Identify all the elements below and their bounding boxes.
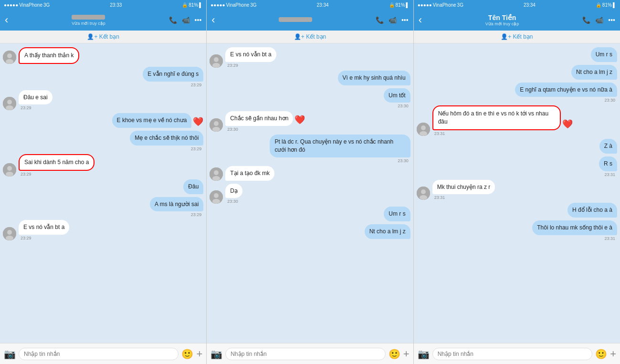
call-icon[interactable]: 📞 bbox=[376, 16, 384, 24]
bubble-wrap: Nt cho a lm j z bbox=[571, 65, 617, 80]
camera-icon[interactable]: 📷 bbox=[210, 348, 222, 360]
status-bar: ●●●●● VinaPhone 3G 23:33 🔒 81% ▌ bbox=[0, 0, 206, 10]
chat-area: Um r sNt cho a lm j zE nghĩ a qtam chuyệ… bbox=[414, 43, 620, 343]
avatar bbox=[210, 167, 223, 181]
contact-name-blurred bbox=[72, 15, 105, 20]
chat-area: E vs nó vẫn bt a23:29Vì e mk hy sinh quá… bbox=[207, 43, 413, 343]
message-row-1: Um r s bbox=[417, 47, 617, 62]
svg-point-28 bbox=[421, 189, 426, 194]
bubble-heart-row: Nt cho a lm j z bbox=[365, 224, 410, 239]
add-icon[interactable]: + bbox=[403, 348, 410, 360]
contact-sub: Vừa mới truy cập bbox=[485, 21, 519, 26]
emoji-icon[interactable]: 🙂 bbox=[181, 348, 193, 360]
status-bar: ●●●●● VinaPhone 3G 23:34 🔒 81% ▌ bbox=[414, 0, 620, 10]
add-icon[interactable]: + bbox=[610, 348, 616, 360]
message-input[interactable] bbox=[225, 348, 385, 360]
svg-point-29 bbox=[420, 195, 427, 200]
header-center: Tên TiềnVừa mới truy cập bbox=[422, 14, 582, 26]
bubble-heart-row: Z à bbox=[599, 139, 617, 154]
bubble-wrap: Z à bbox=[599, 139, 617, 154]
message-row-8: H đổ lỗi cho a à bbox=[417, 203, 617, 218]
back-button[interactable]: ‹ bbox=[5, 14, 8, 26]
bubble-heart-row: Um r s bbox=[591, 47, 617, 62]
bubble-wrap: A thấy thanh thản k bbox=[19, 47, 79, 64]
message-bubble: Đâu bbox=[183, 179, 203, 194]
add-friend-bar[interactable]: 👤+ Kết bạn bbox=[207, 31, 413, 43]
message-timestamp: 23:29 bbox=[225, 63, 240, 68]
message-bubble: Um r s bbox=[591, 47, 617, 62]
call-icon[interactable]: 📞 bbox=[169, 16, 177, 24]
carrier-signal: ●●●●● VinaPhone 3G bbox=[210, 2, 256, 8]
message-timestamp: 23:31 bbox=[602, 236, 617, 241]
message-bubble: Um r s bbox=[384, 207, 410, 221]
svg-point-2 bbox=[6, 59, 13, 64]
message-bubble: E nghĩ a qtam chuyện e vs nó nữa à bbox=[515, 83, 617, 97]
contact-name: Tên Tiền bbox=[488, 14, 516, 21]
bubble-wrap: R s23:31 bbox=[599, 156, 617, 177]
message-row-9: Thôi lo nhau mk sống thôi e à23:31 bbox=[417, 220, 617, 241]
message-timestamp: 23:30 bbox=[396, 158, 410, 163]
svg-point-25 bbox=[421, 125, 426, 130]
emoji-icon[interactable]: 🙂 bbox=[389, 348, 400, 360]
message-row-7: Đâu bbox=[3, 179, 203, 194]
camera-icon[interactable]: 📷 bbox=[418, 348, 430, 360]
add-friend-bar[interactable]: 👤+ Kết bạn bbox=[414, 31, 620, 43]
add-icon[interactable]: + bbox=[196, 348, 202, 360]
add-friend-label: Kết bạn bbox=[99, 33, 119, 40]
avatar bbox=[417, 123, 430, 136]
add-friend-label: Kết bạn bbox=[306, 33, 326, 40]
chat-area: A thấy thanh thản kE vẫn nghĩ e đúng s23… bbox=[0, 43, 206, 343]
message-row-3: Um tốt23:30 bbox=[210, 88, 410, 109]
bubble-heart-row: E vẫn nghĩ e đúng s bbox=[143, 67, 203, 82]
message-input[interactable] bbox=[19, 348, 179, 360]
message-row-8: A ms là người sai23:29 bbox=[3, 197, 203, 218]
bubble-heart-row: Chắc sẽ gần nhau hơn❤️ bbox=[225, 111, 305, 126]
bubble-wrap: Thôi lo nhau mk sống thôi e à23:31 bbox=[532, 220, 617, 241]
message-row-4: Nếu hôm đó a tin e thì e vs nó k tới vs … bbox=[417, 105, 617, 136]
bubble-wrap: Sai khi dành 5 năm cho a23:29 bbox=[19, 154, 95, 177]
bubble-heart-row: A thấy thanh thản k bbox=[19, 47, 79, 64]
call-icon[interactable]: 📞 bbox=[582, 16, 590, 24]
video-icon[interactable]: 📹 bbox=[182, 16, 190, 24]
bubble-heart-row: Um r s bbox=[384, 207, 410, 221]
more-options-icon[interactable]: ••• bbox=[401, 16, 409, 24]
message-input[interactable] bbox=[432, 348, 592, 360]
bubble-wrap: Mk thui chuyện ra z r23:31 bbox=[432, 180, 495, 200]
message-bubble: A ms là người sai bbox=[150, 197, 203, 212]
bubble-wrap: E vẫn nghĩ e đúng s23:29 bbox=[143, 67, 203, 87]
avatar bbox=[3, 227, 16, 240]
contact-sub: Vừa mới truy cập bbox=[72, 21, 105, 26]
emoji-icon[interactable]: 🙂 bbox=[595, 348, 607, 360]
video-icon[interactable]: 📹 bbox=[389, 16, 397, 24]
contact-name-blurred bbox=[279, 17, 312, 22]
avatar bbox=[210, 118, 223, 132]
message-row-5: Mẹ e chắc sẽ thịk nó thôi23:29 bbox=[3, 131, 203, 151]
more-options-icon[interactable]: ••• bbox=[608, 16, 615, 24]
bubble-wrap: E vs nó vẫn bt a23:29 bbox=[19, 220, 69, 240]
more-options-icon[interactable]: ••• bbox=[195, 16, 202, 24]
bubble-heart-row: Dạ bbox=[225, 184, 242, 198]
bubble-heart-row: E nghĩ a qtam chuyện e vs nó nữa à bbox=[515, 83, 617, 97]
add-friend-icon: 👤+ bbox=[501, 33, 511, 40]
bubble-heart-row: Mk thui chuyện ra z r bbox=[432, 180, 495, 195]
bubble-wrap: Đâu bbox=[183, 179, 203, 194]
back-button[interactable]: ‹ bbox=[419, 14, 422, 26]
message-timestamp: 23:29 bbox=[19, 105, 33, 110]
video-icon[interactable]: 📹 bbox=[595, 16, 603, 24]
bubble-wrap: Đâu e sai23:29 bbox=[19, 90, 53, 111]
message-row-5: Pt là dc r. Qua chuyện này e vs nó chắc … bbox=[210, 135, 410, 163]
message-timestamp: 23:30 bbox=[225, 127, 240, 132]
bubble-heart-row: E vs nó vẫn bt a bbox=[19, 220, 69, 235]
svg-point-13 bbox=[214, 57, 219, 62]
svg-point-17 bbox=[212, 127, 220, 132]
input-bar: 📷 🙂 + bbox=[0, 343, 206, 364]
add-friend-bar[interactable]: 👤+ Kết bạn bbox=[0, 31, 206, 43]
back-button[interactable]: ‹ bbox=[211, 14, 215, 26]
header-left: ‹ bbox=[5, 14, 8, 26]
phone-panel-1: ●●●●● VinaPhone 3G 23:33 🔒 81% ▌ ‹Vừa mớ… bbox=[0, 0, 207, 364]
message-bubble: Um tốt bbox=[384, 88, 410, 103]
bubble-wrap: Vì e mk hy sinh quá nhìu bbox=[338, 71, 410, 85]
camera-icon[interactable]: 📷 bbox=[4, 348, 16, 360]
message-row-6: R s23:31 bbox=[417, 156, 617, 177]
message-row-2: Nt cho a lm j z bbox=[417, 65, 617, 80]
